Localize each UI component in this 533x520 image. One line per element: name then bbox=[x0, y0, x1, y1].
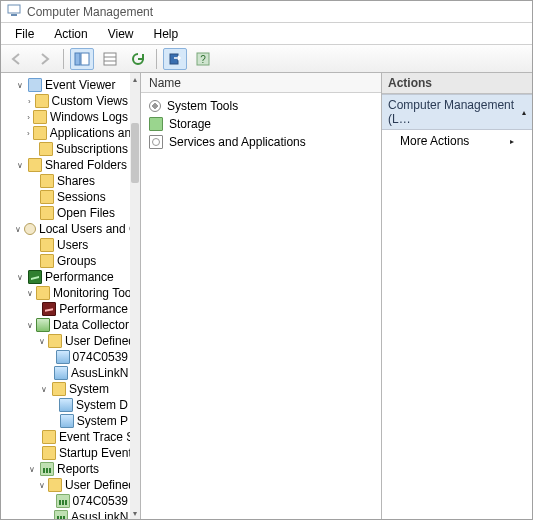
tree-item-monitoring-tools[interactable]: ∨Monitoring Tool bbox=[3, 285, 130, 301]
folder-icon bbox=[36, 286, 50, 300]
dataset-icon bbox=[56, 350, 70, 364]
show-hide-tree-button[interactable] bbox=[70, 48, 94, 70]
folder-icon bbox=[40, 190, 54, 204]
folder-icon bbox=[40, 206, 54, 220]
tree-item-shares[interactable]: Shares bbox=[3, 173, 130, 189]
help-button[interactable]: ? bbox=[191, 48, 215, 70]
toolbar: ? bbox=[1, 45, 532, 73]
tree-item-shared-folders[interactable]: ∨Shared Folders bbox=[3, 157, 130, 173]
scroll-up-icon[interactable]: ▴ bbox=[130, 73, 140, 85]
folder-icon bbox=[33, 126, 47, 140]
dataset-icon bbox=[59, 398, 73, 412]
event-viewer-icon bbox=[28, 78, 42, 92]
svg-rect-4 bbox=[104, 53, 116, 65]
tree-item-data-collector-sets[interactable]: ∨Data Collector Se bbox=[3, 317, 130, 333]
tree-item-event-trace[interactable]: Event Trace S bbox=[3, 429, 130, 445]
tree-pane: ∨Event Viewer ›Custom Views ›Windows Log… bbox=[1, 73, 141, 519]
report-icon bbox=[54, 510, 68, 519]
perfmon-icon bbox=[42, 302, 56, 316]
title-bar[interactable]: Computer Management bbox=[1, 1, 532, 23]
menu-view[interactable]: View bbox=[98, 25, 144, 43]
svg-rect-7 bbox=[170, 54, 178, 64]
folder-icon bbox=[48, 478, 62, 492]
folder-icon bbox=[42, 430, 56, 444]
tree-icon bbox=[74, 52, 90, 66]
svg-rect-2 bbox=[75, 53, 80, 65]
tree-item-system-p[interactable]: System P bbox=[3, 413, 130, 429]
collapse-up-icon: ▴ bbox=[522, 108, 526, 117]
actions-context[interactable]: Computer Management (L… ▴ bbox=[382, 94, 532, 130]
list-header-name[interactable]: Name bbox=[141, 73, 381, 93]
tree-item-applications-and[interactable]: ›Applications and bbox=[3, 125, 130, 141]
folder-icon bbox=[40, 254, 54, 268]
forward-button[interactable] bbox=[33, 48, 57, 70]
dataset-icon bbox=[60, 414, 74, 428]
tree-scroll[interactable]: ∨Event Viewer ›Custom Views ›Windows Log… bbox=[1, 73, 130, 519]
tree-scrollbar[interactable]: ▴ ▾ bbox=[130, 73, 140, 519]
tree-item-reports[interactable]: ∨Reports bbox=[3, 461, 130, 477]
tree-item-groups[interactable]: Groups bbox=[3, 253, 130, 269]
list-item-storage[interactable]: Storage bbox=[145, 115, 377, 133]
list-body: System Tools Storage Services and Applic… bbox=[141, 93, 381, 155]
folder-icon bbox=[39, 142, 53, 156]
properties-button[interactable] bbox=[98, 48, 122, 70]
refresh-button[interactable] bbox=[126, 48, 150, 70]
tree-item-local-users-groups[interactable]: ∨Local Users and Grou bbox=[3, 221, 130, 237]
tree-item-event-viewer[interactable]: ∨Event Viewer bbox=[3, 77, 130, 93]
tree-item-system[interactable]: ∨System bbox=[3, 381, 130, 397]
folder-icon bbox=[42, 446, 56, 460]
app-icon bbox=[7, 3, 21, 20]
scroll-down-icon[interactable]: ▾ bbox=[130, 507, 140, 519]
tree-item-startup-event[interactable]: Startup Event bbox=[3, 445, 130, 461]
menu-file[interactable]: File bbox=[5, 25, 44, 43]
tree-item-dataset-asuslink[interactable]: AsusLinkN bbox=[3, 365, 130, 381]
tree-item-users[interactable]: Users bbox=[3, 237, 130, 253]
report-icon bbox=[56, 494, 70, 508]
users-icon bbox=[24, 223, 36, 235]
forward-arrow-icon bbox=[38, 53, 52, 65]
tree-item-performance[interactable]: ∨Performance bbox=[3, 269, 130, 285]
tree-item-performance-monitor[interactable]: Performance bbox=[3, 301, 130, 317]
list-item-services-apps[interactable]: Services and Applications bbox=[145, 133, 377, 151]
shared-folders-icon bbox=[28, 158, 42, 172]
list-item-system-tools[interactable]: System Tools bbox=[145, 97, 377, 115]
console-tree[interactable]: ∨Event Viewer ›Custom Views ›Windows Log… bbox=[1, 73, 130, 519]
export-list-button[interactable] bbox=[163, 48, 187, 70]
svg-rect-3 bbox=[81, 53, 89, 65]
actions-more[interactable]: More Actions ▸ bbox=[382, 130, 532, 152]
menu-help[interactable]: Help bbox=[144, 25, 189, 43]
dataset-icon bbox=[54, 366, 68, 380]
tree-item-reports-user-defined[interactable]: ∨User Defined bbox=[3, 477, 130, 493]
services-apps-icon bbox=[149, 135, 163, 149]
back-button[interactable] bbox=[5, 48, 29, 70]
menu-action[interactable]: Action bbox=[44, 25, 97, 43]
performance-icon bbox=[28, 270, 42, 284]
tree-item-report-asuslink[interactable]: AsusLinkN bbox=[3, 509, 130, 519]
tree-item-system-d[interactable]: System D bbox=[3, 397, 130, 413]
scroll-thumb[interactable] bbox=[131, 123, 139, 183]
properties-pane-icon bbox=[103, 52, 117, 66]
reports-icon bbox=[40, 462, 54, 476]
tree-item-subscriptions[interactable]: Subscriptions bbox=[3, 141, 130, 157]
storage-icon bbox=[149, 117, 163, 131]
tree-item-dataset-074c0539[interactable]: 074C0539 bbox=[3, 349, 130, 365]
tree-item-sessions[interactable]: Sessions bbox=[3, 189, 130, 205]
tree-item-user-defined[interactable]: ∨User Defined bbox=[3, 333, 130, 349]
tree-item-open-files[interactable]: Open Files bbox=[3, 205, 130, 221]
collector-icon bbox=[36, 318, 50, 332]
separator bbox=[63, 49, 64, 69]
tree-item-windows-logs[interactable]: ›Windows Logs bbox=[3, 109, 130, 125]
folder-icon bbox=[40, 238, 54, 252]
help-icon: ? bbox=[196, 52, 210, 66]
tree-item-report-074c0539[interactable]: 074C0539 bbox=[3, 493, 130, 509]
folder-icon bbox=[35, 94, 49, 108]
list-item-label: System Tools bbox=[167, 99, 238, 113]
submenu-arrow-icon: ▸ bbox=[510, 137, 514, 146]
folder-icon bbox=[33, 110, 47, 124]
export-list-icon bbox=[168, 52, 182, 66]
back-arrow-icon bbox=[10, 53, 24, 65]
actions-context-label: Computer Management (L… bbox=[388, 98, 522, 126]
actions-header: Actions bbox=[382, 73, 532, 94]
folder-icon bbox=[40, 174, 54, 188]
tree-item-custom-views[interactable]: ›Custom Views bbox=[3, 93, 130, 109]
